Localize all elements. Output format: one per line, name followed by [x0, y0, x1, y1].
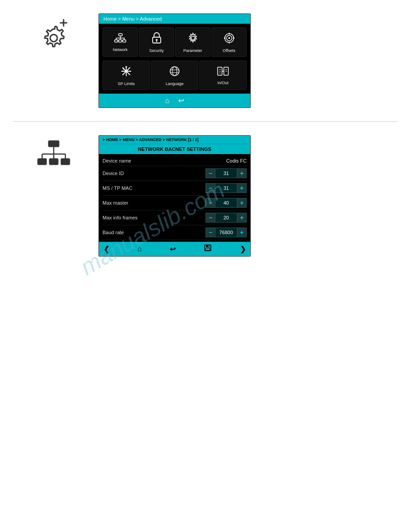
setting-row-baud-rate: Baud rate − 76800 +: [103, 225, 247, 240]
device-name-label: Device name: [103, 158, 226, 163]
device-id-label: Device ID: [103, 171, 206, 176]
setting-row-device-id: Device ID − 31 +: [103, 166, 247, 181]
svg-rect-3: [119, 34, 122, 36]
device-id-decrement[interactable]: −: [206, 168, 215, 178]
device-id-increment[interactable]: +: [237, 168, 247, 178]
menu-item-language-label: Language: [166, 82, 184, 86]
svg-rect-6: [123, 40, 126, 42]
baud-rate-controls: − 76800 +: [206, 227, 247, 237]
gear-icon: [187, 32, 199, 47]
menu-item-offsets-label: Offsets: [223, 48, 235, 53]
section-network-bacnet: > HOME > MENU > ADVANCED > NETWORK [1 / …: [0, 122, 411, 270]
baud-rate-increment[interactable]: +: [237, 227, 247, 237]
menu-item-security-label: Security: [149, 48, 164, 53]
svg-point-32: [172, 67, 177, 76]
advanced-screen: Home > Menu > Advanced: [98, 13, 251, 108]
device-name-value: Codis FC: [226, 158, 247, 163]
baud-rate-decrement[interactable]: −: [206, 227, 215, 237]
network-icon-area: [27, 135, 81, 167]
ms-tp-mac-label: MS / TP MAC: [103, 185, 206, 191]
menu-item-language[interactable]: Language: [151, 60, 198, 90]
setting-row-max-master: Max master − 40 +: [103, 196, 247, 210]
menu-item-network[interactable]: Network: [103, 27, 138, 57]
save-button-network[interactable]: [204, 245, 212, 253]
max-master-controls: − 40 +: [206, 198, 247, 208]
svg-rect-5: [119, 40, 122, 42]
svg-rect-53: [206, 245, 210, 247]
max-master-increment[interactable]: +: [237, 198, 247, 208]
menu-grid-row2: SP Limits Language: [99, 60, 250, 94]
svg-rect-4: [115, 40, 118, 42]
menu-item-inout-label: In/Out: [218, 81, 229, 85]
menu-grid-row1: Network Security: [99, 24, 250, 60]
network-screen-title: NETWORK BACNET SETTINGS: [99, 144, 250, 154]
advanced-breadcrumb: Home > Menu > Advanced: [99, 14, 250, 24]
ms-tp-mac-controls: − 31 +: [206, 183, 247, 193]
home-button[interactable]: ⌂: [165, 96, 170, 105]
settings-list: Device name Codis FC Device ID − 31 + MS…: [99, 154, 250, 242]
svg-rect-44: [38, 159, 47, 165]
gear-plus-icon: [36, 18, 72, 54]
network-bacnet-screen: > HOME > MENU > ADVANCED > NETWORK [1 / …: [98, 135, 251, 257]
svg-point-18: [228, 37, 230, 39]
network-icon: [114, 33, 127, 46]
advanced-icon-area: [27, 13, 81, 54]
device-id-value: 31: [215, 168, 237, 178]
svg-point-31: [170, 67, 179, 76]
svg-rect-43: [48, 141, 59, 147]
max-info-frames-increment[interactable]: +: [237, 213, 247, 223]
save-icon: [204, 245, 212, 252]
max-master-decrement[interactable]: −: [206, 198, 215, 208]
ms-tp-mac-decrement[interactable]: −: [206, 183, 215, 193]
max-info-frames-value: 20: [215, 213, 237, 223]
menu-item-inout[interactable]: In/Out: [199, 60, 247, 90]
svg-point-0: [50, 34, 57, 42]
svg-rect-54: [206, 248, 210, 250]
device-id-controls: − 31 +: [206, 168, 247, 178]
menu-item-parameter[interactable]: Parameter: [175, 27, 210, 57]
network-screen-footer: ❮ ⌂ ↩ ❯: [99, 242, 250, 256]
back-button-network[interactable]: ↩: [170, 245, 176, 253]
max-info-frames-decrement[interactable]: −: [206, 213, 215, 223]
target-icon: [223, 32, 235, 47]
back-button[interactable]: ↩: [178, 96, 184, 105]
menu-item-network-label: Network: [113, 47, 128, 52]
prev-button[interactable]: ❮: [103, 245, 109, 253]
ms-tp-mac-increment[interactable]: +: [237, 183, 247, 193]
menu-item-security[interactable]: Security: [139, 27, 174, 57]
snowflake-icon: [120, 65, 132, 80]
advanced-screen-footer: ⌂ ↩: [99, 94, 250, 107]
svg-rect-46: [61, 159, 70, 165]
svg-point-13: [156, 39, 158, 41]
ms-tp-mac-value: 31: [215, 183, 237, 193]
network-topology-icon: [36, 140, 72, 167]
svg-point-27: [125, 70, 127, 72]
home-button-network[interactable]: ⌂: [137, 245, 142, 253]
svg-rect-45: [49, 159, 58, 165]
setting-row-device-name: Device name Codis FC: [103, 156, 247, 166]
next-button[interactable]: ❯: [240, 245, 246, 253]
network-breadcrumb: > HOME > MENU > ADVANCED > NETWORK [1 / …: [99, 136, 250, 144]
lock-icon: [152, 32, 162, 47]
menu-item-offsets[interactable]: Offsets: [211, 27, 247, 57]
setting-row-max-info-frames: Max info frames − 20 +: [103, 210, 247, 225]
inout-icon: [217, 66, 229, 79]
baud-rate-value: 76800: [215, 227, 237, 237]
max-master-value: 40: [215, 198, 237, 208]
max-info-frames-controls: − 20 +: [206, 213, 247, 223]
menu-item-sp-limits-label: SP Limits: [118, 82, 135, 86]
menu-item-sp-limits[interactable]: SP Limits: [103, 60, 150, 90]
menu-item-parameter-label: Parameter: [183, 48, 202, 53]
max-info-frames-label: Max info frames: [103, 215, 206, 220]
max-master-label: Max master: [103, 200, 206, 206]
setting-row-ms-tp-mac: MS / TP MAC − 31 +: [103, 181, 247, 196]
svg-point-15: [191, 36, 195, 40]
globe-icon: [169, 65, 180, 80]
section-advanced-menu: Home > Menu > Advanced: [0, 0, 411, 121]
baud-rate-label: Baud rate: [103, 230, 206, 235]
